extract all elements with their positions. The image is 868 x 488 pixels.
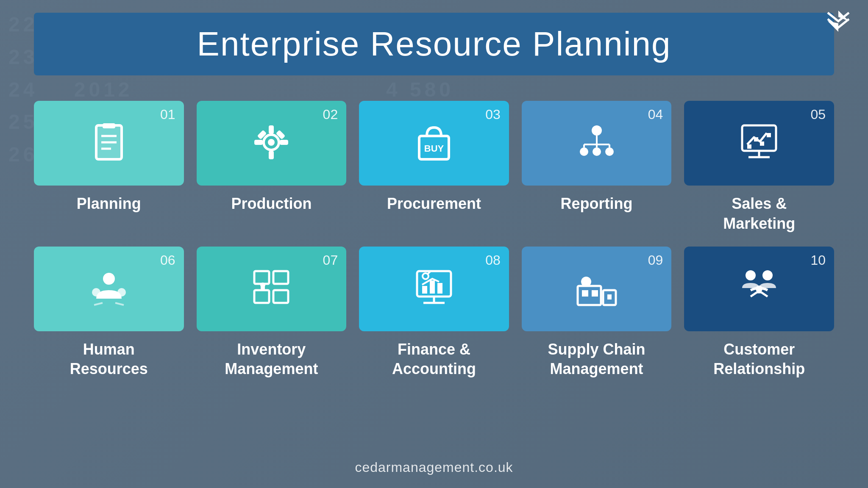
card-label-07: InventoryManagement bbox=[225, 340, 318, 380]
card-icon-finance bbox=[413, 267, 455, 311]
card-group-7: 07InventoryManagement bbox=[197, 247, 347, 380]
card-label-05: Sales &Marketing bbox=[723, 194, 795, 234]
card-icon-procurement bbox=[413, 121, 455, 165]
card-icon-supply bbox=[576, 267, 618, 311]
card-number-09: 09 bbox=[648, 252, 663, 268]
card-box-08[interactable]: 08 bbox=[359, 247, 509, 331]
card-icon-hr bbox=[88, 267, 130, 311]
card-icon-sales bbox=[738, 121, 780, 165]
card-group-9: 09Supply ChainManagement bbox=[522, 247, 672, 380]
card-label-08: Finance &Accounting bbox=[392, 340, 476, 380]
card-group-8: 08Finance &Accounting bbox=[359, 247, 509, 380]
company-logo bbox=[826, 8, 851, 38]
main-content: Enterprise Resource Planning 01Planning0… bbox=[0, 0, 868, 488]
card-number-05: 05 bbox=[810, 107, 826, 122]
card-group-5: 05Sales &Marketing bbox=[684, 101, 834, 234]
card-label-01: Planning bbox=[77, 194, 141, 214]
footer-website: cedarmanagement.co.uk bbox=[355, 460, 513, 488]
card-number-04: 04 bbox=[648, 107, 663, 122]
card-box-10[interactable]: 10 bbox=[684, 247, 834, 331]
card-box-06[interactable]: 06 bbox=[34, 247, 184, 331]
card-box-05[interactable]: 05 bbox=[684, 101, 834, 186]
card-label-02: Production bbox=[231, 194, 312, 214]
card-icon-reporting bbox=[576, 121, 618, 165]
card-number-08: 08 bbox=[485, 252, 501, 268]
card-box-07[interactable]: 07 bbox=[197, 247, 347, 331]
card-box-03[interactable]: 03 bbox=[359, 101, 509, 186]
card-label-04: Reporting bbox=[561, 194, 633, 214]
card-group-1: 01Planning bbox=[34, 101, 184, 234]
card-group-10: 10CustomerRelationship bbox=[684, 247, 834, 380]
card-box-01[interactable]: 01 bbox=[34, 101, 184, 186]
card-group-6: 06HumanResources bbox=[34, 247, 184, 380]
card-number-03: 03 bbox=[485, 107, 501, 122]
card-group-2: 02Production bbox=[197, 101, 347, 234]
card-box-09[interactable]: 09 bbox=[522, 247, 672, 331]
card-label-10: CustomerRelationship bbox=[713, 340, 805, 380]
card-group-4: 04Reporting bbox=[522, 101, 672, 234]
card-number-02: 02 bbox=[323, 107, 338, 122]
card-label-03: Procurement bbox=[387, 194, 481, 214]
card-box-02[interactable]: 02 bbox=[197, 101, 347, 186]
card-label-09: Supply ChainManagement bbox=[548, 340, 645, 380]
card-box-04[interactable]: 04 bbox=[522, 101, 672, 186]
card-icon-crm bbox=[738, 267, 780, 311]
cards-grid: 01Planning02Production03Procurement04Rep… bbox=[34, 101, 834, 379]
page-title: Enterprise Resource Planning bbox=[59, 25, 809, 64]
header-bar: Enterprise Resource Planning bbox=[34, 13, 834, 75]
card-label-06: HumanResources bbox=[70, 340, 148, 380]
card-number-01: 01 bbox=[160, 107, 175, 122]
card-number-07: 07 bbox=[323, 252, 338, 268]
card-icon-inventory bbox=[250, 267, 292, 311]
card-group-3: 03Procurement bbox=[359, 101, 509, 234]
card-icon-production bbox=[250, 121, 292, 165]
card-number-06: 06 bbox=[160, 252, 175, 268]
card-icon-planning bbox=[88, 121, 130, 165]
card-number-10: 10 bbox=[810, 252, 826, 268]
